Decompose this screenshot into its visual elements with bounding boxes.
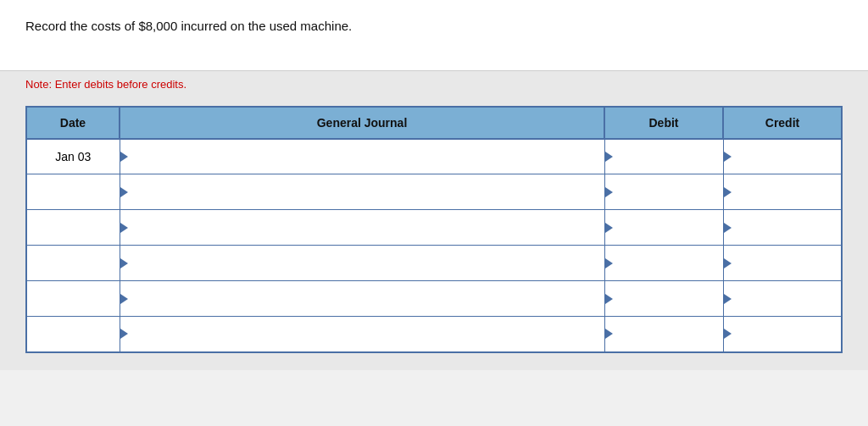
journal-input-4[interactable]	[127, 292, 598, 306]
arrow-icon	[605, 294, 613, 304]
credit-input-3[interactable]	[731, 257, 835, 270]
debit-input-3[interactable]	[612, 257, 716, 270]
debit-cell-3[interactable]	[604, 246, 723, 281]
arrow-icon	[724, 152, 732, 162]
credit-input-2[interactable]	[731, 221, 835, 235]
journal-input-0[interactable]	[127, 150, 598, 163]
debit-input-1[interactable]	[612, 185, 716, 199]
table-header-row: Date General Journal Debit Credit	[26, 107, 842, 139]
credit-cell-5[interactable]	[723, 317, 842, 352]
arrow-icon	[605, 258, 613, 268]
table-row	[26, 174, 842, 210]
journal-table: Date General Journal Debit Credit	[25, 106, 843, 353]
arrow-icon	[724, 187, 732, 197]
table-row	[26, 317, 842, 352]
debit-cell-2[interactable]	[604, 210, 723, 246]
header-debit: Debit	[604, 107, 723, 139]
credit-input-5[interactable]	[731, 327, 835, 340]
arrow-icon	[120, 329, 128, 339]
debit-input-0[interactable]	[612, 150, 716, 163]
table-row	[26, 210, 842, 246]
credit-cell-2[interactable]	[723, 210, 842, 246]
credit-cell-4[interactable]	[723, 281, 842, 317]
date-input-2[interactable]	[34, 221, 113, 235]
arrow-icon	[724, 223, 732, 233]
date-cell-3[interactable]	[26, 246, 120, 281]
journal-cell-0[interactable]	[120, 139, 604, 174]
date-input-4[interactable]	[34, 292, 113, 306]
arrow-icon	[605, 329, 613, 339]
header-credit: Credit	[723, 107, 842, 139]
journal-input-5[interactable]	[127, 327, 598, 340]
journal-cell-2[interactable]	[120, 210, 604, 246]
journal-input-1[interactable]	[127, 185, 598, 199]
note-section: Note: Enter debits before credits.	[0, 71, 868, 97]
date-cell-2[interactable]	[26, 210, 120, 246]
arrow-icon	[724, 258, 732, 268]
debit-cell-4[interactable]	[604, 281, 723, 317]
debit-input-2[interactable]	[612, 221, 716, 235]
debit-cell-1[interactable]	[604, 174, 723, 210]
journal-section: Date General Journal Debit Credit	[0, 97, 868, 370]
arrow-icon	[605, 152, 613, 162]
date-cell-4[interactable]	[26, 281, 120, 317]
table-row	[26, 139, 842, 174]
credit-cell-0[interactable]	[723, 139, 842, 174]
arrow-icon	[120, 187, 128, 197]
table-row	[26, 281, 842, 317]
journal-input-2[interactable]	[127, 221, 598, 235]
credit-input-1[interactable]	[731, 185, 835, 199]
debit-cell-5[interactable]	[604, 317, 723, 352]
arrow-icon	[120, 152, 128, 162]
instruction-section: Record the costs of $8,000 incurred on t…	[0, 0, 868, 71]
credit-cell-1[interactable]	[723, 174, 842, 210]
date-cell-5[interactable]	[26, 317, 120, 352]
table-row	[26, 246, 842, 281]
header-date: Date	[26, 107, 120, 139]
journal-cell-3[interactable]	[120, 246, 604, 281]
date-cell-0[interactable]	[26, 139, 120, 174]
instruction-text: Record the costs of $8,000 incurred on t…	[25, 17, 843, 36]
page-container: Record the costs of $8,000 incurred on t…	[0, 0, 868, 370]
date-input-1[interactable]	[34, 185, 113, 199]
credit-cell-3[interactable]	[723, 246, 842, 281]
note-text: Note: Enter debits before credits.	[25, 78, 843, 91]
journal-cell-4[interactable]	[120, 281, 604, 317]
arrow-icon	[605, 223, 613, 233]
date-cell-1[interactable]	[26, 174, 120, 210]
arrow-icon	[724, 294, 732, 304]
arrow-icon	[120, 223, 128, 233]
journal-input-3[interactable]	[127, 257, 598, 270]
arrow-icon	[724, 329, 732, 339]
date-input-0[interactable]	[34, 150, 113, 163]
credit-input-0[interactable]	[731, 150, 835, 163]
date-input-5[interactable]	[34, 327, 113, 340]
debit-cell-0[interactable]	[604, 139, 723, 174]
date-input-3[interactable]	[34, 257, 113, 270]
debit-input-4[interactable]	[612, 292, 716, 306]
debit-input-5[interactable]	[612, 327, 716, 340]
journal-cell-1[interactable]	[120, 174, 604, 210]
arrow-icon	[120, 258, 128, 268]
arrow-icon	[120, 294, 128, 304]
header-general-journal: General Journal	[120, 107, 604, 139]
journal-cell-5[interactable]	[120, 317, 604, 352]
credit-input-4[interactable]	[731, 292, 835, 306]
arrow-icon	[605, 187, 613, 197]
